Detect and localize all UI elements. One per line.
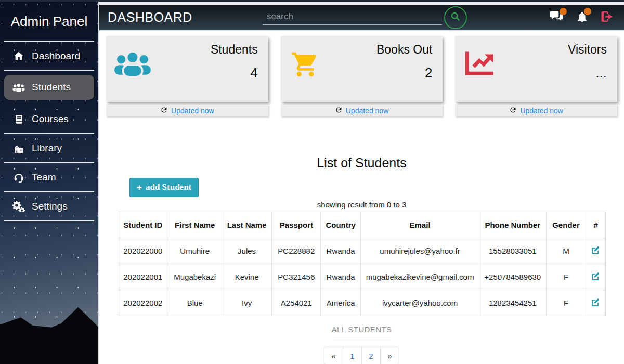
cell-student-id: 202022000: [118, 238, 168, 264]
top-navbar: DASHBOARD: [99, 5, 624, 31]
table-header-row: Student ID First Name Last Name Passport…: [118, 212, 606, 238]
sidebar-item-label: Settings: [32, 201, 68, 212]
col-header: Email: [361, 212, 479, 238]
card-books-body: Books Out 2: [281, 36, 443, 102]
pagination-next[interactable]: »: [380, 347, 399, 364]
cell-country: America: [321, 290, 361, 316]
cell-first-name: Mugabekazi: [168, 264, 222, 290]
logout-button[interactable]: [601, 11, 614, 24]
header-icons: [550, 10, 614, 25]
showing-result-text: showing result from 0 to 3: [106, 200, 617, 209]
refresh-icon: [160, 106, 168, 115]
refresh-icon: [509, 106, 517, 115]
card-footer-label: Updated now: [171, 107, 214, 115]
edit-icon: [591, 249, 601, 257]
search-area: [263, 6, 467, 29]
cell-email: mugabekazikevine@gmail.com: [361, 264, 479, 290]
cell-gender: F: [546, 290, 586, 316]
app-title: Admin Panel: [0, 0, 98, 41]
refresh-icon: [335, 106, 343, 115]
card-value: 4: [160, 65, 258, 81]
mountain-silhouette: [0, 296, 99, 364]
cell-student-id: 202022001: [118, 264, 168, 290]
card-students: Students 4 Updated now: [106, 36, 268, 116]
notification-badge: [584, 8, 591, 15]
sidebar-item-students[interactable]: Students: [4, 75, 94, 100]
col-header: Last Name: [222, 212, 272, 238]
col-header: Phone Number: [479, 212, 547, 238]
cell-gender: M: [546, 238, 586, 264]
students-table: Student ID First Name Last Name Passport…: [118, 212, 606, 316]
cell-last-name: Ivy: [222, 290, 272, 316]
edit-student-button[interactable]: [590, 244, 602, 258]
pagination-page-2[interactable]: 2: [361, 347, 381, 364]
edit-student-button[interactable]: [590, 296, 602, 310]
card-value: 2: [335, 65, 433, 81]
card-label: Students: [160, 43, 258, 57]
home-icon: [12, 50, 25, 62]
gears-icon: [12, 201, 25, 212]
col-header: Student ID: [118, 212, 168, 238]
content: Students 4 Updated now: [99, 31, 624, 364]
section-heading: List of Students: [106, 155, 617, 171]
cell-email: umuhirejules@yahoo.fr: [361, 238, 479, 264]
alerts-button[interactable]: [576, 10, 588, 25]
notification-badge: [560, 8, 567, 15]
cell-first-name: Umuhire: [168, 238, 222, 264]
pagination: « 1 2 »: [106, 347, 617, 364]
cell-passport: A254021: [272, 290, 321, 316]
sidebar-item-label: Courses: [32, 113, 69, 125]
all-students-label: ALL STUDENTS: [106, 325, 617, 334]
logout-icon: [601, 11, 614, 24]
edit-student-button[interactable]: [590, 270, 602, 284]
col-header: #: [586, 212, 606, 238]
cell-phone: 12823454251: [479, 290, 547, 316]
table-row: 202022002 Blue Ivy A254021 America ivyca…: [118, 290, 606, 316]
chart-line-icon: [463, 43, 509, 95]
search-input[interactable]: [263, 10, 442, 25]
col-header: Gender: [546, 212, 586, 238]
cart-icon: [289, 43, 335, 95]
search-button[interactable]: [444, 6, 467, 29]
cell-last-name: Kevine: [222, 264, 272, 290]
messages-button[interactable]: [550, 10, 564, 25]
sidebar-item-library[interactable]: Library: [4, 134, 94, 163]
card-footer-link[interactable]: Updated now: [281, 105, 443, 116]
col-header: First Name: [168, 212, 222, 238]
sidebar-item-settings[interactable]: Settings: [4, 192, 94, 221]
search-icon: [450, 11, 461, 24]
sidebar: Admin Panel Dashboard Students: [0, 0, 99, 364]
edit-icon: [591, 275, 601, 283]
card-footer-label: Updated now: [346, 107, 389, 115]
cell-phone: +250784589630: [479, 264, 547, 290]
cell-passport: PC321456: [272, 264, 321, 290]
users-icon: [12, 83, 25, 93]
sidebar-item-label: Dashboard: [32, 50, 80, 62]
card-visitors: Visitors ... Updated now: [455, 36, 617, 116]
edit-icon: [591, 301, 601, 309]
card-label: Books Out: [335, 43, 433, 57]
table-row: 202022001 Mugabekazi Kevine PC321456 Rwa…: [118, 264, 606, 290]
card-footer-link[interactable]: Updated now: [106, 105, 268, 116]
pagination-prev[interactable]: «: [324, 347, 343, 364]
sidebar-item-courses[interactable]: Courses: [4, 105, 94, 134]
pagination-page-1[interactable]: 1: [343, 347, 362, 364]
sidebar-item-dashboard[interactable]: Dashboard: [4, 42, 94, 71]
page-title: DASHBOARD: [108, 10, 192, 25]
cell-gender: F: [546, 264, 586, 290]
cell-country: Rwanda: [321, 264, 361, 290]
card-footer-link[interactable]: Updated now: [455, 105, 617, 116]
students-table-wrap: Student ID First Name Last Name Passport…: [106, 212, 617, 316]
add-student-button[interactable]: + add Student: [129, 178, 199, 197]
card-students-body: Students 4: [106, 36, 268, 102]
cell-phone: 15528033051: [479, 238, 547, 264]
card-footer-label: Updated now: [520, 107, 563, 115]
sidebar-item-team[interactable]: Team: [4, 163, 94, 192]
sidebar-item-label: Students: [32, 82, 71, 93]
card-visitors-body: Visitors ...: [455, 36, 617, 102]
cell-passport: PC228882: [272, 238, 321, 264]
book-icon: [12, 114, 25, 125]
cell-email: ivycarter@yahoo.com: [361, 290, 479, 316]
school-icon: [12, 142, 25, 154]
divider: [333, 341, 391, 341]
